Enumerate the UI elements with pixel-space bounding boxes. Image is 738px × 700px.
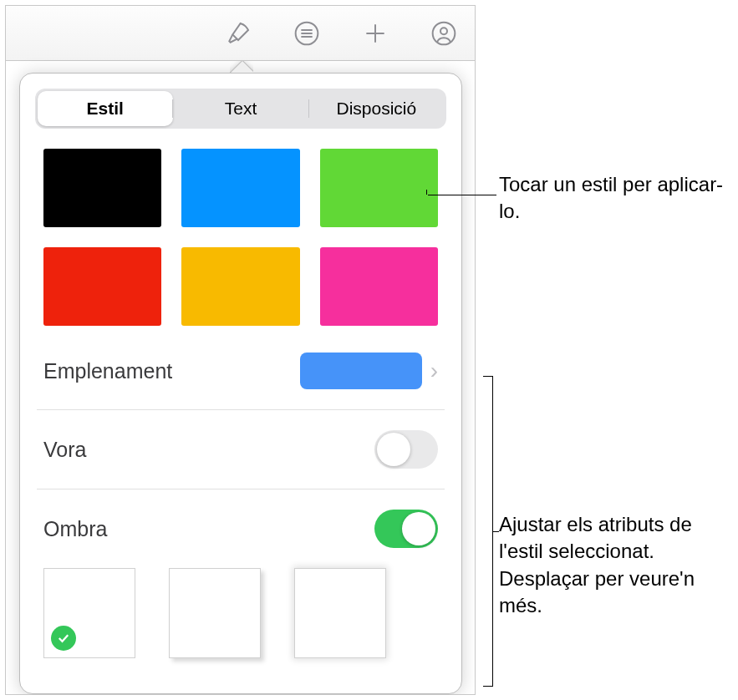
callout-adjust-attributes: Ajustar els atributs de l'estil seleccio…	[499, 511, 738, 620]
plus-icon[interactable]	[353, 17, 398, 50]
border-switch[interactable]	[374, 430, 438, 469]
fill-row[interactable]: Emplenament ›	[37, 332, 445, 410]
tab-layout[interactable]: Disposició	[309, 94, 444, 124]
svg-point-6	[433, 22, 456, 44]
tab-text[interactable]: Text	[173, 94, 308, 124]
popover-body: Estil Text Disposició Emplenament	[19, 73, 462, 694]
collaborate-icon[interactable]	[421, 17, 466, 50]
tab-style[interactable]: Estil	[38, 94, 172, 124]
chevron-right-icon: ›	[430, 358, 438, 384]
switch-knob	[402, 512, 435, 545]
shadow-style-thumbnails	[43, 568, 438, 658]
style-swatch-red[interactable]	[43, 247, 161, 326]
popover-arrow	[230, 61, 253, 73]
style-swatch-black[interactable]	[43, 149, 161, 227]
shadow-option-drop[interactable]	[169, 568, 261, 658]
toolbar	[6, 6, 475, 61]
callout-bracket	[483, 376, 493, 687]
style-swatch-green[interactable]	[320, 149, 438, 227]
fill-controls: ›	[300, 353, 438, 389]
style-swatch-blue[interactable]	[181, 149, 299, 227]
fill-color-swatch[interactable]	[300, 353, 422, 389]
shadow-switch[interactable]	[374, 510, 438, 548]
format-brush-icon[interactable]	[216, 17, 261, 50]
style-options: Emplenament › Vora Ombra	[37, 332, 445, 568]
format-popover: Estil Text Disposició Emplenament	[19, 73, 462, 694]
callout-leader-line	[428, 195, 496, 195]
format-segmented-control: Estil Text Disposició	[35, 89, 446, 129]
border-row: Vora	[37, 410, 445, 489]
shadow-row: Ombra	[37, 489, 445, 568]
shadow-option-contact[interactable]	[294, 568, 386, 658]
fill-label: Emplenament	[43, 359, 172, 383]
shadow-option-none[interactable]	[43, 568, 135, 658]
style-swatch-orange[interactable]	[181, 247, 299, 326]
list-icon[interactable]	[284, 17, 329, 50]
border-label: Vora	[43, 438, 86, 462]
callout-apply-style: Tocar un estil per aplicar-lo.	[499, 171, 738, 226]
switch-knob	[377, 433, 410, 466]
format-panel-window: Estil Text Disposició Emplenament	[5, 5, 476, 695]
style-swatch-grid	[43, 149, 438, 326]
check-icon	[51, 626, 76, 651]
svg-point-7	[440, 28, 447, 34]
shadow-label: Ombra	[43, 517, 107, 541]
style-swatch-pink[interactable]	[320, 247, 438, 326]
